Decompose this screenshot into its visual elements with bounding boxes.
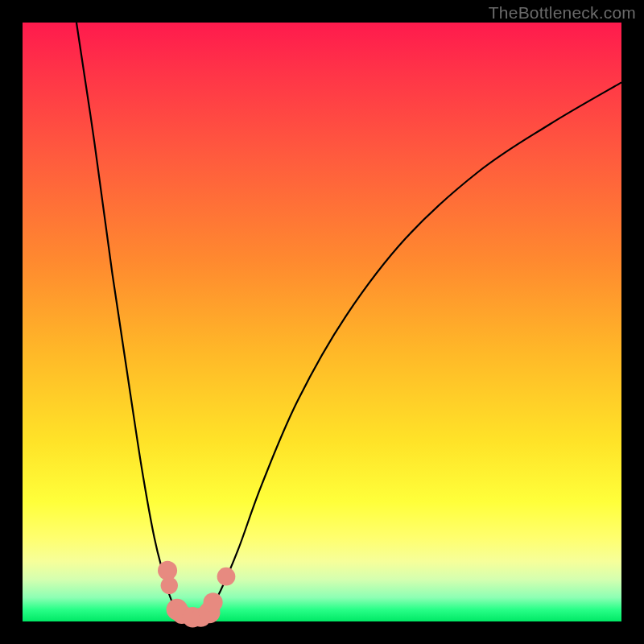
- marker-m9: [217, 568, 236, 586]
- plot-area: [23, 23, 621, 621]
- watermark-text: TheBottleneck.com: [489, 3, 636, 23]
- outer-frame: TheBottleneck.com: [0, 0, 644, 644]
- marker-m8: [204, 592, 223, 612]
- marker-m2: [161, 577, 178, 594]
- chart-svg: [23, 23, 621, 621]
- left-branch-curve: [76, 23, 184, 620]
- right-branch-curve: [202, 82, 621, 619]
